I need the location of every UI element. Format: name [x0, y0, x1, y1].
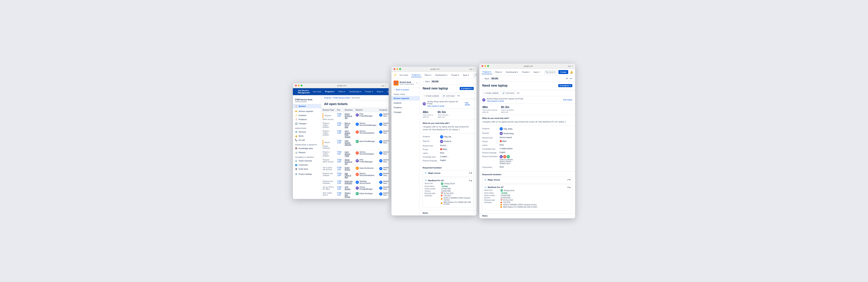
- create-subtask-btn-2[interactable]: + Create subtask: [423, 94, 440, 97]
- table-row[interactable]: Request admin access ITSM-1338 Admin acc…: [321, 158, 389, 166]
- col-key[interactable]: Key: [336, 108, 343, 112]
- table-row[interactable]: Report a system problem ITSM-1331 Can't …: [321, 150, 389, 158]
- nav-projects[interactable]: Projects ▾: [324, 90, 335, 93]
- col-assignee[interactable]: Assignee: [378, 108, 389, 112]
- maximize-button-2[interactable]: [399, 68, 401, 70]
- nav-apps[interactable]: Apps ▾: [386, 90, 389, 93]
- sidebar-item-alerts[interactable]: 🔔 Alerts: [293, 134, 321, 138]
- bell-icon-3[interactable]: 🔔: [570, 70, 573, 74]
- sidebar-item-services[interactable]: ⚙️ Services: [293, 130, 321, 134]
- issue-title-2: Need new laptop: [423, 87, 448, 90]
- expand-icon-mouse-2[interactable]: ↗ ▾: [468, 172, 472, 174]
- nav2-filters[interactable]: Filters ▾: [423, 73, 432, 77]
- table-row[interactable]: Report a system problem ITSM-1339 Can't …: [321, 129, 389, 139]
- sidebar-item-ticket-channels[interactable]: 📡 Ticket channels: [293, 159, 321, 163]
- view-portal-link-3[interactable]: View request in portal: [487, 100, 504, 102]
- expand-icon-macbook-3[interactable]: ↗ ▴: [567, 186, 570, 189]
- help-icon-3[interactable]: ❓: [575, 70, 575, 74]
- back-button-2[interactable]: ← Back: [423, 80, 430, 83]
- nav2-apps[interactable]: Apps ▾: [462, 73, 470, 77]
- maximize-button-3[interactable]: [487, 65, 489, 67]
- search-box-2[interactable]: 🔍 Search: [473, 73, 476, 77]
- more-actions-icon-2[interactable]: •••: [457, 94, 460, 97]
- view-portal-link-2[interactable]: View request in portal: [427, 105, 444, 107]
- create-button-3[interactable]: Create: [558, 70, 568, 74]
- sidebar-item-queues[interactable]: 📋 Queues: [293, 104, 321, 108]
- table-row[interactable]: Request new software ITSM-1339 Add Offic…: [321, 171, 389, 179]
- cell-key: ITSM-1338: [336, 158, 343, 166]
- breadcrumb-itsm[interactable]: ITSM Service Desk: [333, 97, 350, 99]
- close-button-2[interactable]: [394, 68, 395, 70]
- sidebar-item-invite[interactable]: ➕ Invite team: [293, 167, 321, 171]
- minimize-button[interactable]: [298, 85, 300, 86]
- nav-people[interactable]: People ▾: [364, 90, 374, 93]
- col-summary[interactable]: Summary: [343, 108, 354, 112]
- table-header-row: Request Type Key Summary Reporter Assign…: [321, 108, 389, 112]
- issue-header-bar-3: ← Back RD-105 👁 •••: [479, 76, 575, 82]
- sidebar-item-settings[interactable]: ⚙️ Project settings: [293, 172, 321, 176]
- table-row[interactable]: Set up VPN to the office ITSM-1334 VPN A…: [321, 185, 389, 191]
- issue-status-badge-3[interactable]: In progress ▾: [558, 84, 572, 87]
- nav-filters[interactable]: Filters ▾: [337, 90, 346, 93]
- minimize-button-2[interactable]: [396, 68, 398, 70]
- nav3-apps[interactable]: Apps ▾: [532, 70, 540, 74]
- breadcrumb-projects[interactable]: Projects: [324, 97, 331, 99]
- col-request-type[interactable]: Request Type: [321, 108, 336, 112]
- col-reporter[interactable]: Reporter: [354, 108, 378, 112]
- back-to-project-btn[interactable]: ← Back to project: [392, 87, 420, 92]
- nav3-dashboards[interactable]: Dashboards ▾: [505, 70, 519, 74]
- sidebar-item-reports[interactable]: 📊 Reports: [293, 150, 321, 154]
- sidebar-item-knowledge[interactable]: 📚 Knowledge base: [293, 146, 321, 150]
- ticket-type-service-requests[interactable]: Service requests: [392, 96, 420, 101]
- url-bar-3[interactable]: google.com: [490, 65, 567, 67]
- hide-details-link-2[interactable]: Hide details: [465, 102, 474, 106]
- expand-icon-mouse-3[interactable]: ↗ ▾: [567, 178, 570, 181]
- ticket-type-changes[interactable]: Changes: [392, 110, 420, 114]
- sidebar-item-service-requests[interactable]: 🎫 Service requests: [293, 109, 321, 113]
- nav3-projects[interactable]: Projects ▾: [482, 70, 492, 74]
- ticket-type-incidents[interactable]: Incidents: [392, 101, 420, 105]
- expand-icon-macbook-2[interactable]: ↗ ▴: [468, 179, 472, 182]
- queues-icon: 📋: [295, 105, 298, 107]
- url-bar-1[interactable]: google.com: [304, 85, 380, 87]
- nav2-dashboards[interactable]: Dashboards ▾: [434, 73, 448, 77]
- table-row[interactable]: New mobile device ITSM-1323 Need a new i…: [321, 191, 389, 199]
- url-bar-2[interactable]: google.com: [402, 68, 468, 70]
- nav3-people[interactable]: People ▾: [521, 70, 531, 74]
- close-button[interactable]: [295, 85, 297, 86]
- nav3-filters[interactable]: Filters ▾: [494, 70, 503, 74]
- link-icon-3: 🔗: [502, 92, 505, 94]
- minimize-button-3[interactable]: [484, 65, 486, 67]
- create-subtask-btn-3[interactable]: + Create subtask: [482, 91, 500, 95]
- hide-details-link-3[interactable]: Hide details: [563, 99, 572, 101]
- table-row[interactable]: Request admin access ITSM-1324 Admin acc…: [321, 112, 389, 121]
- nav-plans[interactable]: Plans ▾: [376, 90, 384, 93]
- sidebar-item-problems[interactable]: ❗ Problems: [293, 117, 321, 121]
- more-actions-icon-3[interactable]: •••: [517, 91, 520, 94]
- issue-status-badge-2[interactable]: In progress ▾: [460, 87, 474, 90]
- close-button-3[interactable]: [482, 65, 483, 67]
- search-box-3[interactable]: 🔍 Search: [544, 70, 557, 74]
- maximize-button[interactable]: [301, 85, 303, 86]
- link-issue-btn-3[interactable]: 🔗 Link issue: [501, 91, 516, 95]
- table-row[interactable]: Report a system problem ITSM-1342 Banc.l…: [321, 121, 389, 129]
- more-icon-3[interactable]: •••: [569, 77, 572, 80]
- sidebar-item-incidents[interactable]: ⚡ Incidents: [293, 113, 321, 117]
- sidebar-item-on-call[interactable]: 📞 On-call: [293, 138, 321, 142]
- nav-dashboards[interactable]: Dashboards ▾: [348, 90, 362, 93]
- cell-summary: Can't access POS System: [343, 129, 354, 139]
- nav2-your-work[interactable]: Your work: [398, 73, 409, 77]
- ticket-type-problems[interactable]: Problems: [392, 105, 420, 110]
- eye-icon-3[interactable]: 👁: [566, 77, 568, 80]
- sidebar-item-customers[interactable]: 👥 Customers: [293, 163, 321, 167]
- back-button-3[interactable]: ← Back: [482, 78, 489, 80]
- nav-your-work[interactable]: Your work: [311, 90, 322, 93]
- table-row[interactable]: Report broken hardware ITSM-1333 Cant ac…: [321, 139, 389, 150]
- app-logo: ⊞ Jira Service Management: [295, 89, 310, 94]
- sidebar-item-changes[interactable]: 🔄 Changes: [293, 121, 321, 125]
- link-issue-btn-2[interactable]: 🔗 Link issue: [441, 94, 456, 98]
- nav2-projects[interactable]: Projects ▾: [411, 73, 422, 77]
- table-row[interactable]: Request new hardware ITSM-1339 Need new …: [321, 179, 389, 185]
- table-row[interactable]: Get a guest wifi account ITSM-1329 Guest…: [321, 166, 389, 171]
- nav2-people[interactable]: People ▾: [450, 73, 460, 77]
